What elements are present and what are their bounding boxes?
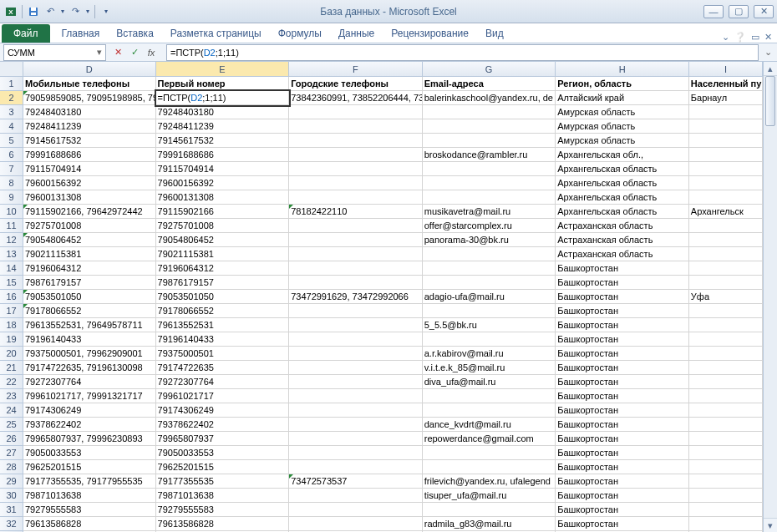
row-header[interactable]: 31 xyxy=(0,503,23,517)
cell[interactable] xyxy=(423,304,556,318)
cell[interactable]: Архангельск xyxy=(689,205,763,219)
cell[interactable] xyxy=(289,503,423,517)
cell[interactable]: 79876179157 xyxy=(156,276,290,290)
cell[interactable]: 79625201515 xyxy=(156,460,290,474)
cell[interactable] xyxy=(423,276,556,290)
header-cell[interactable]: Регион, область xyxy=(556,77,689,91)
undo-icon[interactable]: ↶ xyxy=(43,4,58,19)
cell[interactable] xyxy=(289,460,423,474)
cell[interactable]: 79991688686 xyxy=(23,148,156,162)
cell[interactable]: 79248403180 xyxy=(156,105,290,119)
cell[interactable]: 79600156392 xyxy=(156,176,290,190)
cell[interactable]: Архангельская область xyxy=(556,162,689,176)
cell[interactable] xyxy=(289,261,423,276)
cell[interactable]: 79178066552 xyxy=(23,304,156,318)
cell[interactable] xyxy=(289,389,423,403)
row-header[interactable]: 30 xyxy=(0,489,23,503)
cell[interactable] xyxy=(689,233,763,247)
cell[interactable]: 79965807937, 79996230893 xyxy=(23,432,156,446)
cell[interactable]: Астраханская область xyxy=(556,247,689,261)
cell[interactable] xyxy=(689,247,763,261)
formula-expand-icon[interactable]: ⌄ xyxy=(760,45,775,60)
cell[interactable]: broskodance@rambler.ru xyxy=(423,148,556,162)
header-cell[interactable]: Населенный пункт xyxy=(689,77,763,91)
cell[interactable]: 79115902166, 79642972442 xyxy=(23,205,156,219)
cell[interactable]: 78182422110 xyxy=(289,205,423,219)
row-header[interactable]: 15 xyxy=(0,276,23,290)
cell[interactable]: Башкортостан xyxy=(556,361,689,375)
cell[interactable]: 79053501050 xyxy=(156,290,290,304)
cell[interactable]: balerinkaschool@yandex.ru, de xyxy=(423,91,556,105)
cell[interactable]: 79145617532 xyxy=(156,134,290,148)
doc-close-icon[interactable]: ✕ xyxy=(764,32,772,43)
cell[interactable] xyxy=(423,261,556,276)
cell[interactable] xyxy=(689,219,763,233)
cell[interactable] xyxy=(289,361,423,375)
ribbon-tab-layout[interactable]: Разметка страницы xyxy=(162,24,270,43)
row-header[interactable]: 4 xyxy=(0,119,23,134)
cell[interactable]: Башкортостан xyxy=(556,489,689,503)
minimize-button[interactable]: — xyxy=(703,5,724,18)
cell[interactable] xyxy=(689,176,763,190)
cell[interactable]: Уфа xyxy=(689,290,763,304)
cell[interactable]: 79115704914 xyxy=(156,162,290,176)
header-cell[interactable]: Первый номер xyxy=(156,77,290,91)
cell[interactable] xyxy=(423,134,556,148)
cell[interactable] xyxy=(689,361,763,375)
row-header[interactable]: 29 xyxy=(0,474,23,489)
cell[interactable]: 79248403180 xyxy=(23,105,156,119)
cell[interactable]: Барнаул xyxy=(689,91,763,105)
row-header[interactable]: 5 xyxy=(0,134,23,148)
row-header[interactable]: 11 xyxy=(0,219,23,233)
cell[interactable]: 79613586828 xyxy=(156,517,290,531)
cell[interactable]: 79021115381 xyxy=(23,247,156,261)
cell[interactable]: 79279555583 xyxy=(156,503,290,517)
name-box[interactable]: СУММ ▾ xyxy=(3,44,106,61)
cell[interactable]: Амурская область xyxy=(556,134,689,148)
cell[interactable]: Алтайский край xyxy=(556,91,689,105)
col-header-F[interactable]: F xyxy=(289,62,423,76)
cell[interactable]: 79174722635, 79196130098 xyxy=(23,361,156,375)
cell[interactable] xyxy=(689,276,763,290)
cell[interactable]: 79961021717 xyxy=(156,389,290,403)
cell[interactable] xyxy=(289,489,423,503)
cell[interactable]: Башкортостан xyxy=(556,503,689,517)
file-tab[interactable]: Файл xyxy=(2,24,50,43)
cell[interactable] xyxy=(289,162,423,176)
cell[interactable]: 79991688686 xyxy=(156,148,290,162)
col-header-D[interactable]: D xyxy=(23,62,156,76)
cell[interactable]: 79272307764 xyxy=(23,375,156,389)
cell[interactable]: 79378622402 xyxy=(156,418,290,432)
cell[interactable] xyxy=(423,247,556,261)
cell[interactable]: 79059859085, 79095198985, 7911 xyxy=(23,91,156,105)
cell[interactable]: 79174306249 xyxy=(23,403,156,418)
row-header[interactable]: 7 xyxy=(0,162,23,176)
ribbon-tab-insert[interactable]: Вставка xyxy=(108,24,162,43)
cell[interactable] xyxy=(423,460,556,474)
row-header[interactable]: 6 xyxy=(0,148,23,162)
cell[interactable]: Башкортостан xyxy=(556,318,689,332)
cell[interactable]: 79248411239 xyxy=(156,119,290,134)
row-header[interactable]: 28 xyxy=(0,460,23,474)
cell[interactable] xyxy=(289,446,423,460)
cell[interactable]: Архангельская обл., xyxy=(556,148,689,162)
cell[interactable]: radmila_g83@mail.ru xyxy=(423,517,556,531)
cell[interactable]: 79613586828 xyxy=(23,517,156,531)
formula-enter-icon[interactable]: ✓ xyxy=(128,46,141,59)
col-header-E[interactable]: E xyxy=(156,62,290,76)
cell[interactable]: 79965807937 xyxy=(156,432,290,446)
cell[interactable]: 79054806452 xyxy=(156,233,290,247)
cell[interactable]: 79177355535 xyxy=(156,474,290,489)
cell[interactable] xyxy=(689,119,763,134)
cell[interactable]: 79613552531 xyxy=(156,318,290,332)
cell[interactable]: 79196140433 xyxy=(23,332,156,347)
cell[interactable]: repowerdance@gmail.com xyxy=(423,432,556,446)
row-header[interactable]: 26 xyxy=(0,432,23,446)
cell[interactable]: Башкортостан xyxy=(556,276,689,290)
cell[interactable] xyxy=(289,332,423,347)
cell[interactable]: 79625201515 xyxy=(23,460,156,474)
cell[interactable] xyxy=(689,489,763,503)
cell[interactable] xyxy=(689,389,763,403)
cell[interactable]: Башкортостан xyxy=(556,432,689,446)
cell[interactable] xyxy=(289,318,423,332)
